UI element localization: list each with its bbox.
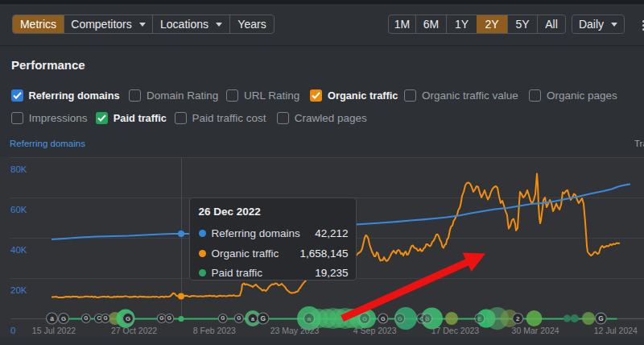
svg-text:40K: 40K — [10, 245, 27, 255]
svg-text:G: G — [398, 315, 402, 322]
svg-text:G: G — [159, 315, 163, 321]
svg-text:G: G — [103, 315, 107, 321]
svg-text:30 Mar 2024: 30 Mar 2024 — [512, 326, 559, 335]
svg-text:G: G — [167, 315, 171, 321]
svg-text:8 Feb 2023: 8 Feb 2023 — [193, 326, 236, 335]
svg-text:G: G — [598, 314, 603, 322]
svg-text:a: a — [308, 315, 312, 322]
svg-text:Traffic: Traffic — [634, 139, 644, 148]
svg-text:G: G — [221, 315, 225, 321]
svg-text:0: 0 — [10, 326, 15, 335]
svg-text:E: E — [477, 315, 481, 322]
svg-text:G: G — [362, 315, 367, 322]
svg-text:G: G — [381, 315, 386, 322]
svg-text:G: G — [261, 314, 266, 322]
svg-text:27 Oct 2022: 27 Oct 2022 — [111, 326, 157, 335]
svg-text:Referring domains: Referring domains — [10, 139, 85, 148]
svg-text:C: C — [97, 315, 101, 321]
svg-text:4 Sep 2023: 4 Sep 2023 — [353, 326, 397, 335]
svg-text:G: G — [237, 315, 241, 321]
svg-text:12 Jul 2024: 12 Jul 2024 — [594, 326, 638, 335]
svg-text:2: 2 — [516, 315, 520, 322]
svg-text:80K: 80K — [10, 164, 27, 174]
svg-text:60K: 60K — [10, 205, 27, 214]
svg-text:a: a — [50, 314, 54, 322]
svg-text:17 Dec 2023: 17 Dec 2023 — [431, 326, 480, 335]
svg-text:15 Jul 2022: 15 Jul 2022 — [32, 326, 76, 335]
svg-text:G: G — [84, 315, 88, 321]
svg-text:G: G — [126, 315, 130, 322]
svg-text:G: G — [61, 315, 66, 322]
svg-text:23 May 2023: 23 May 2023 — [270, 326, 320, 335]
svg-text:G: G — [425, 315, 430, 322]
svg-text:20K: 20K — [10, 285, 27, 295]
